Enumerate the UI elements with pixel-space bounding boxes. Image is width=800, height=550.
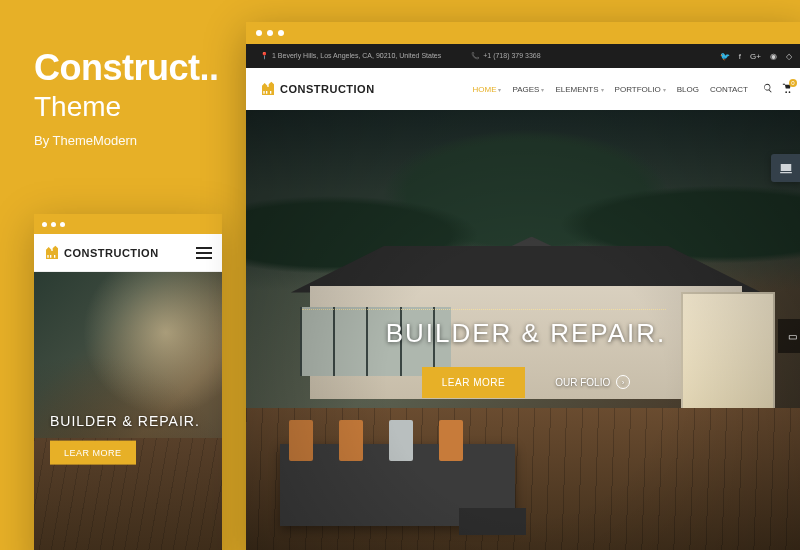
mobile-cta-button[interactable]: LEAR MORE [50, 441, 136, 465]
hero-secondary-label: OUR FOLIO [555, 377, 610, 388]
phone-icon: 📞 [471, 52, 480, 59]
promo-subtitle: Theme [34, 90, 219, 124]
phone-text: +1 (718) 379 3368 [483, 52, 540, 59]
device-preview-badge[interactable] [771, 154, 800, 182]
hero-cta-button[interactable]: LEAR MORE [422, 367, 525, 398]
facebook-icon[interactable]: f [739, 52, 741, 61]
search-icon[interactable] [763, 83, 773, 95]
nav-contact[interactable]: CONTACT [710, 85, 748, 94]
nav-elements[interactable]: ELEMENTS▾ [555, 85, 603, 94]
nav-home[interactable]: HOME▾ [472, 85, 501, 94]
chevron-down-icon: ▾ [663, 86, 666, 93]
nav-pages[interactable]: PAGES▾ [512, 85, 544, 94]
social-links: 🐦 f G+ ◉ ◇ [720, 52, 792, 61]
main-nav-bar: CONSTRUCTION HOME▾ PAGES▾ ELEMENTS▾ PORT… [246, 68, 800, 110]
hero-secondary-link[interactable]: OUR FOLIO › [555, 375, 630, 389]
promo-byline: By ThemeModern [34, 133, 219, 148]
nav-portfolio[interactable]: PORTFOLIO▾ [615, 85, 666, 94]
mobile-logo[interactable]: CONSTRUCTION [44, 245, 159, 261]
cart-badge: 0 [789, 79, 797, 87]
arrow-right-icon: › [616, 375, 630, 389]
nav-blog[interactable]: BLOG [677, 85, 699, 94]
desktop-logo[interactable]: CONSTRUCTION [260, 81, 375, 97]
instagram-icon[interactable]: ◇ [786, 52, 792, 61]
map-pin-icon: 📍 [260, 52, 269, 59]
mobile-preview: CONSTRUCTION BUILDER & REPAIR. LEAR MORE… [34, 214, 222, 550]
building-icon [44, 245, 60, 261]
chevron-down-icon: ▾ [498, 86, 501, 93]
mobile-hero: BUILDER & REPAIR. LEAR MORE ⌄ [34, 272, 222, 550]
cart-icon[interactable]: 0 [782, 83, 792, 95]
chevron-down-icon: ▾ [541, 86, 544, 93]
mobile-logo-text: CONSTRUCTION [64, 247, 159, 259]
twitter-icon[interactable]: 🐦 [720, 52, 730, 61]
pinterest-icon[interactable]: ◉ [770, 52, 777, 61]
slider-next-arrow[interactable]: ▭ [778, 319, 800, 353]
hamburger-menu-icon[interactable] [196, 247, 212, 259]
building-icon [260, 81, 276, 97]
desktop-browser-chrome [246, 22, 800, 44]
desktop-logo-text: CONSTRUCTION [280, 83, 375, 95]
mobile-browser-chrome [34, 214, 222, 234]
address-text: 1 Beverly Hills, Los Angeles, CA, 90210,… [272, 52, 441, 59]
hero-heading: BUILDER & REPAIR. [246, 318, 800, 349]
top-info-bar: 📍1 Beverly Hills, Los Angeles, CA, 90210… [246, 44, 800, 68]
desktop-hero: BUILDER & REPAIR. LEAR MORE OUR FOLIO › … [246, 110, 800, 550]
mobile-hero-heading: BUILDER & REPAIR. [50, 413, 206, 429]
google-plus-icon[interactable]: G+ [750, 52, 761, 61]
promo-block: Construct.. Theme By ThemeModern [34, 48, 219, 148]
main-nav: HOME▾ PAGES▾ ELEMENTS▾ PORTFOLIO▾ BLOG C… [472, 83, 792, 95]
desktop-preview: 📍1 Beverly Hills, Los Angeles, CA, 90210… [246, 22, 800, 550]
mobile-header: CONSTRUCTION [34, 234, 222, 272]
chevron-down-icon: ▾ [601, 86, 604, 93]
promo-title: Construct.. [34, 48, 219, 88]
